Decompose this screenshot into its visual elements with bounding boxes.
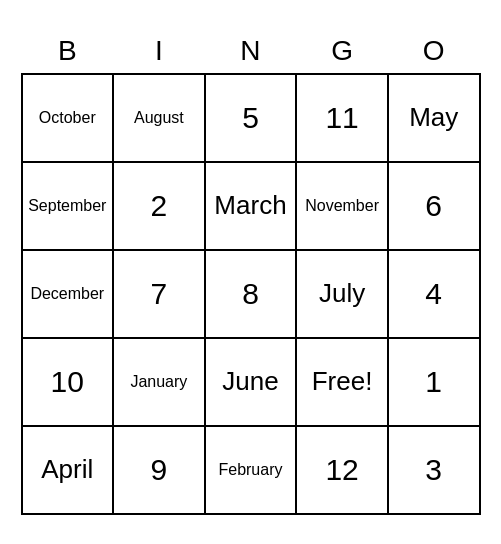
header-g: G bbox=[296, 30, 388, 74]
bingo-cell: August bbox=[113, 74, 205, 162]
cell-value: December bbox=[30, 285, 104, 302]
cell-value: 5 bbox=[242, 101, 259, 134]
cell-value: October bbox=[39, 109, 96, 126]
bingo-cell: 6 bbox=[388, 162, 480, 250]
cell-value: 8 bbox=[242, 277, 259, 310]
cell-value: March bbox=[214, 190, 286, 220]
bingo-cell: Free! bbox=[296, 338, 388, 426]
bingo-cell: 12 bbox=[296, 426, 388, 514]
cell-value: 7 bbox=[151, 277, 168, 310]
cell-value: 11 bbox=[325, 101, 358, 134]
cell-value: September bbox=[28, 197, 106, 214]
bingo-row: OctoberAugust511May bbox=[22, 74, 480, 162]
cell-value: 3 bbox=[425, 453, 442, 486]
bingo-cell: 5 bbox=[205, 74, 297, 162]
bingo-row: April9February123 bbox=[22, 426, 480, 514]
bingo-cell: October bbox=[22, 74, 114, 162]
bingo-cell: January bbox=[113, 338, 205, 426]
bingo-cell: September bbox=[22, 162, 114, 250]
header-b: B bbox=[22, 30, 114, 74]
cell-value: 2 bbox=[151, 189, 168, 222]
cell-value: Free! bbox=[312, 366, 373, 396]
bingo-cell: 2 bbox=[113, 162, 205, 250]
cell-value: 4 bbox=[425, 277, 442, 310]
header-n: N bbox=[205, 30, 297, 74]
cell-value: 1 bbox=[425, 365, 442, 398]
cell-value: 12 bbox=[325, 453, 358, 486]
bingo-cell: 4 bbox=[388, 250, 480, 338]
bingo-cell: June bbox=[205, 338, 297, 426]
bingo-row: September2MarchNovember6 bbox=[22, 162, 480, 250]
bingo-cell: April bbox=[22, 426, 114, 514]
bingo-cell: 3 bbox=[388, 426, 480, 514]
bingo-cell: July bbox=[296, 250, 388, 338]
cell-value: May bbox=[409, 102, 458, 132]
bingo-card: B I N G O OctoberAugust511MaySeptember2M… bbox=[11, 20, 491, 525]
bingo-cell: May bbox=[388, 74, 480, 162]
cell-value: February bbox=[218, 461, 282, 478]
cell-value: April bbox=[41, 454, 93, 484]
cell-value: June bbox=[222, 366, 278, 396]
cell-value: August bbox=[134, 109, 184, 126]
cell-value: July bbox=[319, 278, 365, 308]
cell-value: November bbox=[305, 197, 379, 214]
bingo-cell: December bbox=[22, 250, 114, 338]
cell-value: 10 bbox=[51, 365, 84, 398]
bingo-table: B I N G O OctoberAugust511MaySeptember2M… bbox=[21, 30, 481, 515]
bingo-cell: February bbox=[205, 426, 297, 514]
bingo-cell: 1 bbox=[388, 338, 480, 426]
bingo-cell: 10 bbox=[22, 338, 114, 426]
cell-value: 9 bbox=[151, 453, 168, 486]
bingo-cell: 9 bbox=[113, 426, 205, 514]
header-o: O bbox=[388, 30, 480, 74]
bingo-cell: 7 bbox=[113, 250, 205, 338]
bingo-cell: March bbox=[205, 162, 297, 250]
header-i: I bbox=[113, 30, 205, 74]
bingo-row: 10JanuaryJuneFree!1 bbox=[22, 338, 480, 426]
bingo-cell: November bbox=[296, 162, 388, 250]
bingo-cell: 8 bbox=[205, 250, 297, 338]
cell-value: 6 bbox=[425, 189, 442, 222]
cell-value: January bbox=[130, 373, 187, 390]
bingo-header-row: B I N G O bbox=[22, 30, 480, 74]
bingo-row: December78July4 bbox=[22, 250, 480, 338]
bingo-cell: 11 bbox=[296, 74, 388, 162]
